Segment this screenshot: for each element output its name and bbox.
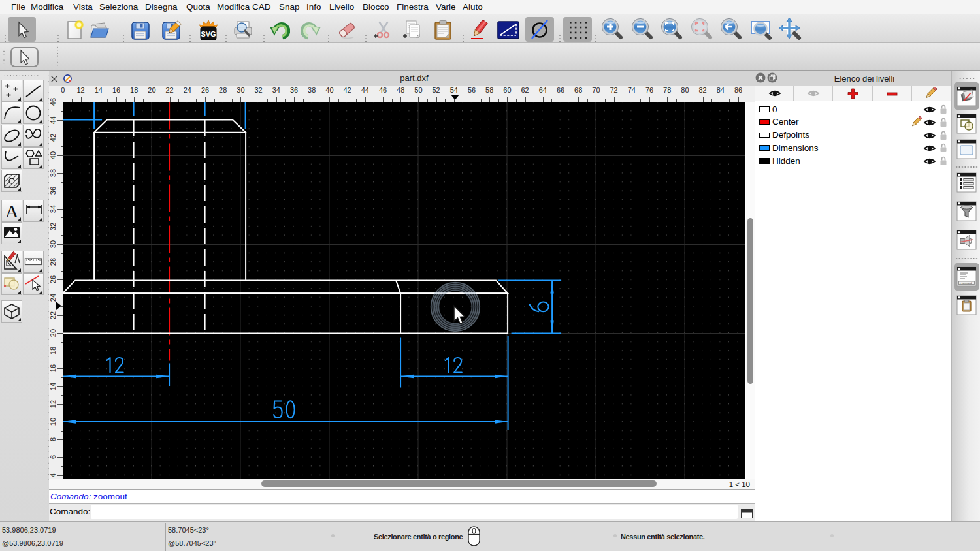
svg-text:c command: c command [960,282,972,285]
svg-text:A: A [5,201,19,221]
svg-text:SVG: SVG [201,30,216,38]
